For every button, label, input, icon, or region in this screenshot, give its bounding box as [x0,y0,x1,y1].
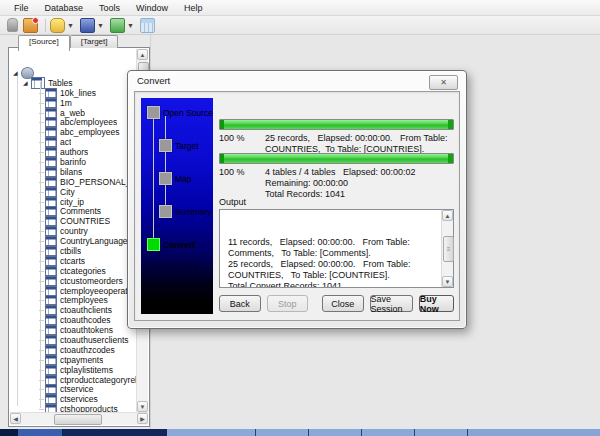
scroll-up-icon[interactable]: ▲ [442,210,453,221]
tree-item[interactable]: ctemployeeoperatelog [10,286,137,296]
tree-item[interactable]: abc/employees [10,117,137,127]
tree-item[interactable]: ctoauthclients [10,305,137,315]
tree-item[interactable]: ctemployees [10,295,137,305]
tab-target[interactable]: [Target] [70,35,119,48]
tree-item[interactable]: ctcarts [10,256,137,266]
scroll-down-icon[interactable]: ▼ [137,401,148,412]
table-grid-button[interactable] [140,18,155,33]
connect-icon [23,18,38,33]
dropdown-arrow-icon[interactable]: ▼ [97,19,104,32]
taskbar-item[interactable] [18,429,63,436]
dropdown-arrow-icon[interactable]: ▼ [67,19,74,32]
table-icon [45,117,57,127]
taskbar-item[interactable] [309,429,362,436]
tree-root-database[interactable]: ◢ [10,68,137,78]
tree-node-tables[interactable]: ◢ Tables [10,78,137,88]
table-icon [45,167,57,177]
tree-horizontal-scrollbar[interactable]: ◀ ▶ [10,412,148,425]
tree-item[interactable]: ctoauthtokens [10,325,137,335]
table-icon [45,345,57,355]
output-line: Total Convert Records: 1041 [228,281,439,287]
scroll-down-icon[interactable]: ▼ [442,276,453,287]
menu-item[interactable]: File [6,2,37,14]
dialog-button[interactable]: Close [322,295,364,312]
tree-item[interactable]: act [10,137,137,147]
menu-item[interactable]: Window [128,2,176,14]
tree-item[interactable]: barinfo [10,157,137,167]
tree-item[interactable]: COUNTRIES [10,216,137,226]
taskbar-item[interactable] [167,429,256,436]
taskbar-item[interactable] [256,429,309,436]
dialog-button[interactable]: Save Session [370,295,413,312]
dropdown-arrow-icon[interactable]: ▼ [127,19,134,32]
tree-item[interactable]: ctbills [10,246,137,256]
tree-item[interactable]: ctcustomeorders [10,276,137,286]
view-icon [80,18,95,33]
step-label: Target [175,141,199,151]
tree-item[interactable]: ctservice [10,385,137,395]
tree-item[interactable]: city_ip [10,197,137,207]
scroll-up-icon[interactable]: ▲ [137,49,148,60]
tree-item[interactable]: ctoauthcodes [10,315,137,325]
table-icon [45,197,57,207]
tree-item-label: city_ip [60,197,84,207]
tree-item[interactable]: City [10,187,137,197]
table-icon [45,315,57,325]
table-icon [45,236,57,246]
tree-item[interactable]: ctoauthuserclients [10,335,137,345]
tree-item[interactable]: bilans [10,167,137,177]
tree-item[interactable]: country [10,226,137,236]
connect-button[interactable] [23,18,38,33]
taskbar-start[interactable] [0,429,18,436]
wizard-step-panel: Open Source Target Map Summary Convert C… [141,98,213,314]
taskbar-item[interactable] [415,429,468,436]
tree-item[interactable]: 10k_lines [10,88,137,98]
dialog-button[interactable]: Back [219,295,261,312]
tree-item[interactable]: Comments [10,206,137,216]
menu-item[interactable]: Tools [91,2,128,14]
expand-triangle-icon[interactable]: ◢ [23,79,31,87]
output-text: 11 records, Elapsed: 00:00:00. From Tabl… [220,210,441,287]
menu-item[interactable]: Help [176,2,211,14]
tree-item-label: CountryLanguage [60,236,128,246]
scrollbar-thumb[interactable] [54,414,102,425]
tree-item-label: act [60,137,71,147]
tree-item[interactable]: ctcategories [10,266,137,276]
tab-source[interactable]: [Source] [18,35,70,51]
taskbar-item[interactable] [468,429,600,436]
tree-item[interactable]: ctshopproducts [10,404,137,412]
view-button[interactable]: ▼ [80,18,107,33]
menu-item[interactable]: Database [37,2,92,14]
table-icon [45,256,57,266]
scroll-left-icon[interactable]: ◀ [10,413,21,424]
table-icon [45,295,57,305]
source-database-button[interactable]: ▼ [50,18,77,33]
table-icon [45,88,57,98]
tree-item[interactable]: CountryLanguage [10,236,137,246]
tree-item[interactable]: BIO_PERSONAL_INF [10,177,137,187]
taskbar-item[interactable] [362,429,415,436]
tree-item-label: Comments [60,206,101,216]
user-button[interactable] [5,18,20,32]
scroll-right-icon[interactable]: ▶ [137,413,148,424]
tree-item[interactable]: ctoauthzcodes [10,345,137,355]
overall-progress-percent: 100 % [219,167,265,200]
tree-item[interactable]: 1m [10,98,137,108]
table-icon [45,286,57,296]
tree-item[interactable]: authors [10,147,137,157]
tree-node-label: Tables [48,78,73,88]
dialog-button[interactable]: Stop [267,295,309,312]
menu-bar: FileDatabaseToolsWindowHelp [0,0,600,16]
tree-item[interactable]: ctproductcategoryrelation [10,375,137,385]
windows-taskbar[interactable] [0,429,600,436]
scrollbar-thumb[interactable]: ≡ [443,236,454,262]
dialog-button[interactable]: Buy Now [419,295,454,312]
convert-button[interactable]: ▼ [110,18,137,33]
tree-item[interactable]: ctpayments [10,355,137,365]
tree-item[interactable]: ctservices [10,394,137,404]
output-scrollbar[interactable]: ▲ ≡ ▼ [441,210,453,287]
close-button[interactable]: ✕ [429,75,458,90]
tree-item[interactable]: ctplaylistitems [10,365,137,375]
tree-item[interactable]: abc_employees [10,127,137,137]
tree-item[interactable]: a_web [10,108,137,118]
